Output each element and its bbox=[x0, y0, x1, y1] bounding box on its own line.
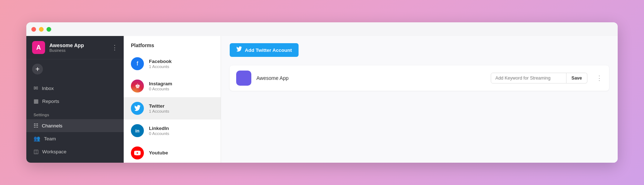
sidebar-item-white-label-label: White-label bbox=[42, 162, 67, 163]
platform-info-youtube: Youtube bbox=[149, 150, 213, 156]
minimize-button[interactable] bbox=[39, 27, 44, 32]
facebook-icon: f bbox=[131, 57, 144, 70]
keyword-input-wrap: Save bbox=[491, 73, 587, 84]
sidebar-item-reports-label: Reports bbox=[42, 99, 59, 104]
white-label-icon: ◫ bbox=[34, 161, 39, 163]
platform-name-twitter: Twitter bbox=[149, 103, 213, 109]
platforms-title: Platforms bbox=[124, 36, 221, 53]
main-toolbar: Add Twitter Account bbox=[230, 43, 609, 57]
add-twitter-btn-label: Add Twitter Account bbox=[245, 48, 292, 53]
platform-count-linkedin: 0 Accounts bbox=[149, 131, 213, 136]
sidebar-item-inbox-label: Inbox bbox=[42, 86, 54, 91]
channels-icon: ☷ bbox=[34, 122, 38, 129]
platform-name-youtube: Youtube bbox=[149, 150, 213, 155]
keyword-input[interactable] bbox=[491, 73, 566, 84]
twitter-icon bbox=[131, 102, 144, 115]
account-kebab-icon[interactable]: ⋮ bbox=[596, 74, 603, 82]
platform-name-instagram: Instagram bbox=[149, 81, 213, 86]
close-button[interactable] bbox=[31, 27, 36, 32]
platforms-panel: Platforms f Facebook 1 Accounts ♚ Instag… bbox=[124, 36, 221, 163]
platform-item-linkedin[interactable]: in LinkedIn 0 Accounts bbox=[124, 119, 221, 142]
linkedin-icon: in bbox=[131, 124, 144, 137]
sidebar-item-white-label[interactable]: ◫ White-label bbox=[26, 158, 124, 163]
sidebar-item-team-label: Team bbox=[44, 136, 56, 141]
youtube-icon bbox=[131, 146, 144, 159]
platform-item-instagram[interactable]: ♚ Instagram 0 Accounts bbox=[124, 75, 221, 97]
sidebar-add-section: + bbox=[26, 59, 124, 79]
sidebar-header: A Awesome App Business ⋮ bbox=[26, 36, 124, 59]
add-twitter-button[interactable]: Add Twitter Account bbox=[230, 43, 299, 57]
add-button[interactable]: + bbox=[32, 64, 43, 75]
platform-info-twitter: Twitter 1 Accounts bbox=[149, 103, 213, 113]
account-row: Awesome App Save ⋮ bbox=[230, 66, 609, 91]
sidebar-item-team[interactable]: 👥 Team bbox=[26, 132, 124, 145]
app-window: A Awesome App Business ⋮ + ✉ Inbox ▦ Rep… bbox=[26, 22, 618, 163]
app-name-wrap: Awesome App Business bbox=[49, 42, 107, 53]
sidebar: A Awesome App Business ⋮ + ✉ Inbox ▦ Rep… bbox=[26, 36, 124, 163]
inbox-icon: ✉ bbox=[34, 85, 38, 91]
content-wrap: A Awesome App Business ⋮ + ✉ Inbox ▦ Rep… bbox=[26, 36, 618, 163]
avatar: A bbox=[32, 41, 45, 54]
sidebar-item-channels[interactable]: ☷ Channels bbox=[26, 119, 124, 132]
sidebar-item-channels-label: Channels bbox=[42, 123, 62, 128]
platform-count-twitter: 1 Accounts bbox=[149, 109, 213, 113]
platform-item-facebook[interactable]: f Facebook 1 Accounts bbox=[124, 53, 221, 75]
app-plan: Business bbox=[49, 48, 107, 53]
sidebar-item-reports[interactable]: ▦ Reports bbox=[26, 95, 124, 108]
settings-section-label: Settings bbox=[26, 108, 124, 119]
platform-info-facebook: Facebook 1 Accounts bbox=[149, 59, 213, 69]
team-icon: 👥 bbox=[34, 135, 40, 142]
app-name: Awesome App bbox=[49, 42, 107, 48]
platform-count-instagram: 0 Accounts bbox=[149, 87, 213, 91]
sidebar-item-inbox[interactable]: ✉ Inbox bbox=[26, 82, 124, 95]
platform-info-linkedin: LinkedIn 0 Accounts bbox=[149, 126, 213, 136]
platform-count-facebook: 1 Accounts bbox=[149, 64, 213, 69]
platform-name-linkedin: LinkedIn bbox=[149, 126, 213, 131]
save-button[interactable]: Save bbox=[566, 73, 587, 84]
sidebar-item-workspace[interactable]: ◫ Workspace bbox=[26, 145, 124, 158]
platform-item-twitter[interactable]: Twitter 1 Accounts bbox=[124, 97, 221, 119]
account-name: Awesome App bbox=[256, 75, 486, 81]
workspace-icon: ◫ bbox=[34, 148, 39, 155]
sidebar-kebab-icon[interactable]: ⋮ bbox=[111, 44, 118, 51]
instagram-icon: ♚ bbox=[131, 80, 144, 92]
maximize-button[interactable] bbox=[47, 27, 51, 32]
platform-info-instagram: Instagram 0 Accounts bbox=[149, 81, 213, 91]
titlebar bbox=[26, 22, 618, 36]
reports-icon: ▦ bbox=[34, 98, 39, 104]
sidebar-nav: ✉ Inbox ▦ Reports Settings ☷ Channels 👥 … bbox=[26, 79, 124, 163]
main-content: Add Twitter Account Awesome App Save ⋮ bbox=[221, 36, 618, 163]
account-avatar bbox=[236, 71, 251, 86]
platform-item-youtube[interactable]: Youtube bbox=[124, 142, 221, 163]
sidebar-item-workspace-label: Workspace bbox=[42, 149, 66, 154]
platform-name-facebook: Facebook bbox=[149, 59, 213, 64]
twitter-bird-icon bbox=[236, 46, 242, 54]
